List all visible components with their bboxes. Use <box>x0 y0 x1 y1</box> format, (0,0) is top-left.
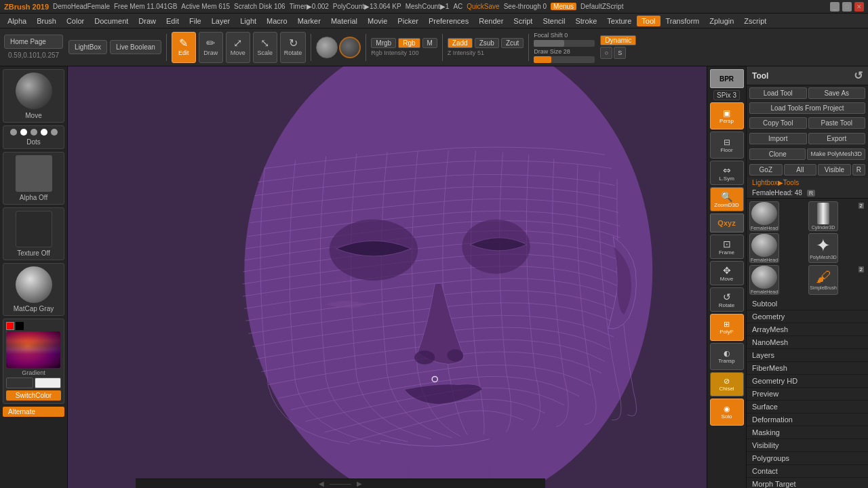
section-polygroups[interactable]: Polygroups <box>747 452 868 465</box>
draw-size-slider[interactable] <box>534 56 595 63</box>
menu-picker[interactable]: Picker <box>393 16 423 26</box>
menu-tool[interactable]: Tool <box>637 16 660 26</box>
visible-button[interactable]: Visible <box>818 164 851 176</box>
r-badge-button[interactable]: R <box>852 164 865 176</box>
menu-alpha[interactable]: Alpha <box>3 16 31 26</box>
menu-script[interactable]: Script <box>509 16 537 26</box>
load-tool-button[interactable]: Load Tool <box>749 87 807 99</box>
zoomd3d-button[interactable]: 🔍 ZoomD3D <box>710 187 744 211</box>
import-button[interactable]: Import <box>749 133 807 144</box>
zcut-button[interactable]: Zcut <box>501 38 524 48</box>
thumbnail-simple-brush[interactable]: 🖌 SimpleBrush 2 <box>808 265 865 295</box>
switch-color-button[interactable]: SwitchColor <box>6 390 61 401</box>
edit-button[interactable]: ✎ Edit <box>172 32 196 63</box>
thumbnail-polymesh3d[interactable]: ✦ PolyMesh3D <box>808 233 865 263</box>
brush-circle-btn[interactable]: ○ <box>600 47 612 59</box>
menu-texture[interactable]: Texture <box>602 16 636 26</box>
simple-brush-thumb[interactable]: 🖌 SimpleBrush <box>808 265 838 295</box>
load-tools-from-project-button[interactable]: Load Tools From Project <box>749 102 865 114</box>
zadd-button[interactable]: Zadd <box>448 38 473 48</box>
section-contact[interactable]: Contact <box>747 465 868 478</box>
menu-render[interactable]: Render <box>474 16 508 26</box>
alternate-button[interactable]: Alternate <box>3 407 64 417</box>
solo-button[interactable]: ◉ Solo <box>710 399 744 426</box>
section-surface[interactable]: Surface <box>747 401 868 413</box>
mrgb-button[interactable]: Mrgb <box>371 38 396 48</box>
move-button[interactable]: ⤢ Move <box>226 32 250 63</box>
alpha-circle[interactable] <box>339 37 361 58</box>
female-head-thumb-3[interactable]: FemaleHead <box>749 265 779 295</box>
minimize-button[interactable]: _ <box>830 2 840 12</box>
rotate-3d-button[interactable]: ↺ Rotate <box>710 287 744 312</box>
polyf-button[interactable]: ⊞ PolyF <box>710 314 744 341</box>
menu-movie[interactable]: Movie <box>363 16 392 26</box>
default-zscript[interactable]: DefaultZScript <box>580 3 623 10</box>
see-through[interactable]: See-through 0 <box>504 3 547 10</box>
move-3d-button[interactable]: ✥ Move <box>710 261 744 285</box>
xyz-button[interactable]: Qxyz <box>710 214 744 232</box>
menu-stroke[interactable]: Stroke <box>570 16 601 26</box>
thumbnail-female-head-1[interactable]: FemaleHead <box>749 201 806 231</box>
chisel-button[interactable]: ⊘ Chisel <box>710 372 744 396</box>
menu-macro[interactable]: Macro <box>262 16 292 26</box>
floor-button[interactable]: ⊟ Floor <box>710 131 744 159</box>
section-geometry-hd[interactable]: Geometry HD <box>747 375 868 388</box>
focal-shift-slider[interactable] <box>534 40 595 47</box>
menu-preferences[interactable]: Preferences <box>424 16 473 26</box>
menu-file[interactable]: File <box>184 16 206 26</box>
section-geometry[interactable]: Geometry <box>747 310 868 323</box>
female-head-thumb-2[interactable]: FemaleHead <box>749 233 779 263</box>
brush-move-item[interactable]: Move <box>3 69 64 123</box>
thumbnail-cylinder3d[interactable]: Cylinder3D 2 <box>808 201 865 231</box>
dynamic-button[interactable]: Dynamic <box>600 35 636 45</box>
section-masking[interactable]: Masking <box>747 426 868 439</box>
s-button[interactable]: S <box>614 47 626 59</box>
save-as-button[interactable]: Save As <box>808 87 866 99</box>
section-fibermesh[interactable]: FiberMesh <box>747 362 868 375</box>
female-head-thumb-1[interactable]: FemaleHead <box>749 201 779 231</box>
m-button[interactable]: M <box>422 38 437 48</box>
section-morph-target[interactable]: Morph Target <box>747 478 868 488</box>
menu-layer[interactable]: Layer <box>207 16 235 26</box>
scale-button[interactable]: ⤡ Scale <box>253 32 277 63</box>
section-visibility[interactable]: Visibility <box>747 439 868 452</box>
section-nanomesh[interactable]: NanoMesh <box>747 336 868 349</box>
goz-button[interactable]: GoZ <box>749 164 783 176</box>
color-gradient-area[interactable] <box>6 331 60 368</box>
home-page-button[interactable]: Home Page <box>4 35 63 49</box>
menu-brush[interactable]: Brush <box>32 16 61 26</box>
scroll-left-icon[interactable]: ◀ <box>319 480 324 487</box>
close-button[interactable]: ✕ <box>854 2 864 12</box>
paste-tool-button[interactable]: Paste Tool <box>808 117 866 129</box>
live-boolean-button[interactable]: Live Boolean <box>110 40 161 54</box>
section-arraymesh[interactable]: ArrayMesh <box>747 323 868 336</box>
clone-button[interactable]: Clone <box>749 148 806 160</box>
rotate-button[interactable]: ↻ Rotate <box>280 32 307 63</box>
polymesh3d-thumb[interactable]: ✦ PolyMesh3D <box>808 233 838 263</box>
lightbox-tools-label[interactable]: Lightbox▶Tools <box>747 178 868 188</box>
menu-marker[interactable]: Marker <box>293 16 326 26</box>
scroll-right-icon[interactable]: ▶ <box>357 480 362 487</box>
menu-light[interactable]: Light <box>235 16 261 26</box>
menu-material[interactable]: Material <box>326 16 362 26</box>
all-button[interactable]: All <box>784 164 817 176</box>
menu-document[interactable]: Document <box>90 16 133 26</box>
make-polymesh3d-button[interactable]: Make PolyMesh3D <box>807 148 865 160</box>
stroke-dots-item[interactable]: Dots <box>3 125 64 149</box>
section-subtool[interactable]: Subtool <box>747 298 868 310</box>
thumbnail-female-head-3[interactable]: FemaleHead <box>749 265 806 295</box>
menu-draw[interactable]: Draw <box>134 16 161 26</box>
transp-button[interactable]: ◐ Transp <box>710 343 744 370</box>
lsym-button[interactable]: ⇔ L.Sym <box>710 161 744 185</box>
menu-edit[interactable]: Edit <box>161 16 184 26</box>
menu-transform[interactable]: Transform <box>661 16 705 26</box>
section-preview[interactable]: Preview <box>747 388 868 401</box>
persp-button[interactable]: ▣ Persp <box>710 102 744 129</box>
texture-item[interactable]: Texture Off <box>3 207 64 260</box>
maximize-button[interactable]: □ <box>842 2 852 12</box>
quick-save[interactable]: QuickSave <box>467 3 499 10</box>
alpha-item[interactable]: Alpha Off <box>3 152 64 205</box>
brush-preview-circle[interactable] <box>316 37 338 58</box>
export-button[interactable]: Export <box>808 133 866 144</box>
menu-zscript[interactable]: Zscript <box>739 16 771 26</box>
